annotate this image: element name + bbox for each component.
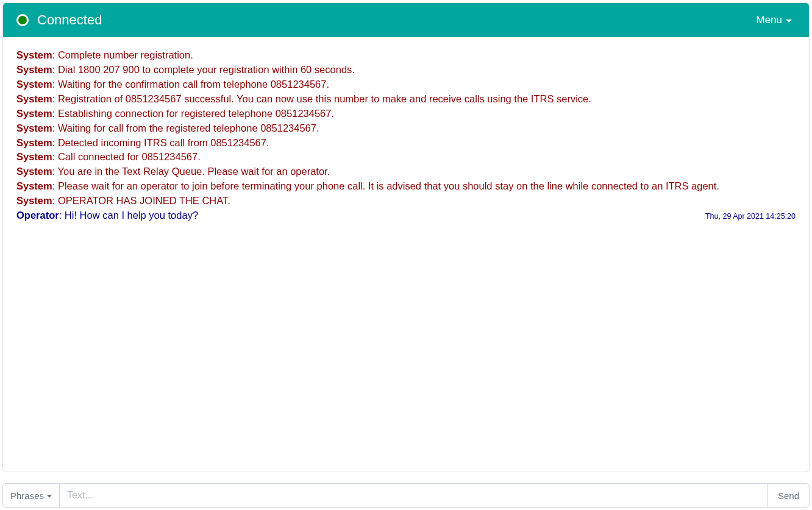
message-timestamp: Thu, 29 Apr 2021 14:25:20 [705, 211, 796, 222]
message-row: System: Please wait for an operator to j… [16, 179, 796, 194]
chevron-down-icon [786, 19, 792, 23]
message-sender: System [16, 151, 52, 162]
message-sender: System [16, 93, 52, 104]
message-content: System: Call connected for 0851234567. [16, 150, 796, 165]
message-content: System: Registration of 0851234567 succe… [16, 92, 796, 107]
message-sender: System [16, 64, 52, 75]
composer-bar: Phrases Send [2, 483, 810, 508]
message-row: System: You are in the Text Relay Queue.… [16, 165, 796, 179]
message-content: System: You are in the Text Relay Queue.… [16, 165, 796, 179]
message-content: System: Establishing connection for regi… [16, 107, 796, 121]
menu-button[interactable]: Menu [752, 12, 796, 29]
phrases-button[interactable]: Phrases [2, 483, 60, 508]
message-sender: System [16, 137, 52, 148]
chat-window: Connected Menu System: Complete number r… [2, 2, 810, 472]
header-bar: Connected Menu [3, 3, 809, 37]
message-text: Detected incoming ITRS call from 0851234… [58, 137, 269, 148]
message-sender: System [16, 180, 52, 191]
message-input[interactable] [60, 483, 767, 508]
message-text: You are in the Text Relay Queue. Please … [58, 166, 330, 177]
message-content: System: Waiting for call from the regist… [16, 121, 796, 136]
message-row: System: Dial 1800 207 900 to complete yo… [16, 63, 796, 77]
chat-log[interactable]: System: Complete number registration.Sys… [3, 37, 809, 472]
send-button[interactable]: Send [767, 483, 810, 508]
status-indicator-icon [16, 14, 29, 26]
message-content: System: Complete number registration. [16, 48, 796, 63]
message-sender: System [16, 49, 52, 60]
message-row: System: Registration of 0851234567 succe… [16, 92, 796, 107]
message-text: Call connected for 0851234567. [58, 151, 201, 162]
message-content: System: OPERATOR HAS JOINED THE CHAT. [16, 194, 796, 208]
message-text: Hi! How can I help you today? [65, 210, 198, 221]
message-row: System: Waiting for the confirmation cal… [16, 77, 796, 92]
message-row: Operator: Hi! How can I help you today?T… [16, 208, 796, 223]
message-content: Operator: Hi! How can I help you today? [16, 208, 691, 223]
message-sender: System [16, 108, 52, 119]
message-text: OPERATOR HAS JOINED THE CHAT. [58, 195, 230, 206]
message-content: System: Please wait for an operator to j… [16, 179, 796, 194]
message-content: System: Detected incoming ITRS call from… [16, 136, 796, 151]
message-sender: System [16, 122, 52, 133]
message-text: Registration of 0851234567 successful. Y… [58, 93, 591, 104]
message-text: Establishing connection for registered t… [58, 108, 334, 119]
message-row: System: Establishing connection for regi… [16, 107, 796, 121]
chevron-down-icon [47, 495, 52, 498]
message-text: Waiting for the confirmation call from t… [58, 79, 329, 90]
message-row: System: Call connected for 0851234567. [16, 150, 796, 165]
message-row: System: Complete number registration. [16, 48, 796, 63]
message-content: System: Waiting for the confirmation cal… [16, 77, 796, 92]
message-text: Please wait for an operator to join befo… [58, 180, 719, 191]
connection-status: Connected [16, 12, 102, 28]
message-sender: Operator [16, 210, 59, 221]
status-label: Connected [37, 12, 102, 28]
message-text: Waiting for call from the registered tel… [58, 122, 319, 133]
message-text: Dial 1800 207 900 to complete your regis… [58, 64, 355, 75]
message-row: System: OPERATOR HAS JOINED THE CHAT. [16, 194, 796, 208]
message-sender: System [16, 195, 52, 206]
message-content: System: Dial 1800 207 900 to complete yo… [16, 63, 796, 77]
message-text: Complete number registration. [58, 49, 193, 60]
message-sender: System [16, 79, 52, 90]
message-sender: System [16, 166, 52, 177]
menu-label: Menu [756, 14, 782, 26]
message-row: System: Detected incoming ITRS call from… [16, 136, 796, 151]
phrases-label: Phrases [10, 491, 44, 501]
message-row: System: Waiting for call from the regist… [16, 121, 796, 136]
